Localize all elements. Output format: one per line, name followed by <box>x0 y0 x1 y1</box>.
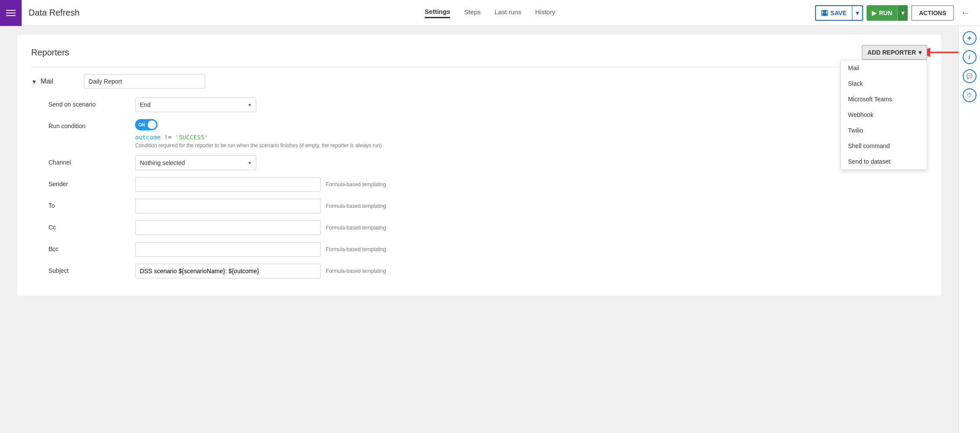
add-reporter-button[interactable]: ADD REPORTER ▾ <box>862 45 927 60</box>
dropdown-item-slack[interactable]: Slack <box>841 76 927 91</box>
sender-input-wrapper: Formula-based templating <box>135 177 386 192</box>
bcc-input[interactable] <box>135 242 321 257</box>
save-label: SAVE <box>831 10 847 16</box>
run-condition-control: ON outcome != 'SUCCESS' Condition requir… <box>135 119 386 149</box>
cc-formula-label: Formula-based templating <box>326 225 386 231</box>
to-label: To <box>48 199 135 209</box>
mail-chevron-icon[interactable]: ▼ <box>31 78 37 85</box>
to-input[interactable] <box>135 199 321 213</box>
tab-last-runs[interactable]: Last runs <box>495 8 522 17</box>
tab-history[interactable]: History <box>535 8 555 17</box>
toggle-knob <box>148 120 156 129</box>
subject-input[interactable] <box>135 264 321 278</box>
channel-control: Nothing selected <box>135 155 386 170</box>
code-string: 'SUCCESS' <box>175 134 208 141</box>
mail-name-input-wrapper <box>84 74 205 89</box>
back-arrow-icon: ← <box>961 8 970 17</box>
to-input-wrapper: Formula-based templating <box>135 199 386 213</box>
mail-name-input[interactable] <box>84 74 205 89</box>
save-main: SAVE <box>816 6 852 20</box>
sender-formula-label: Formula-based templating <box>326 181 386 187</box>
send-on-scenario-select-wrapper: Start End Error <box>135 97 256 112</box>
run-dropdown-arrow[interactable]: ▾ <box>898 5 908 21</box>
subject-control: Formula-based templating <box>135 264 386 278</box>
send-on-scenario-field: Send on scenario Start End Error <box>31 97 927 112</box>
cc-control: Formula-based templating <box>135 220 386 235</box>
send-on-scenario-select[interactable]: Start End Error <box>135 97 256 112</box>
play-icon: ▶ <box>872 10 877 16</box>
cc-field: Cc Formula-based templating <box>31 220 927 235</box>
subject-input-wrapper: Formula-based templating <box>135 264 386 278</box>
save-button[interactable]: SAVE ▾ <box>815 5 863 21</box>
bcc-input-wrapper: Formula-based templating <box>135 242 386 257</box>
nav-actions: SAVE ▾ ▶ RUN ▾ ACTIONS ← <box>815 5 973 21</box>
cc-input[interactable] <box>135 220 321 235</box>
sender-input[interactable] <box>135 177 321 192</box>
dropdown-item-send-to-dataset[interactable]: Send to dataset <box>841 154 927 169</box>
top-nav: Data Refresh Settings Steps Last runs Hi… <box>0 0 980 26</box>
chevron-down-icon-run: ▾ <box>901 10 904 16</box>
dropdown-item-webhook[interactable]: Webhook <box>841 107 927 123</box>
to-control: Formula-based templating <box>135 199 386 213</box>
to-formula-label: Formula-based templating <box>326 203 386 209</box>
channel-select-wrapper: Nothing selected <box>135 155 256 170</box>
subject-field: Subject Formula-based templating <box>31 264 927 278</box>
sidebar-clock-icon[interactable]: ⏱ <box>963 88 977 102</box>
run-label: RUN <box>879 10 892 16</box>
channel-label: Channel <box>48 155 135 166</box>
back-button[interactable]: ← <box>957 8 973 18</box>
code-operator: != <box>164 134 175 141</box>
dropdown-item-mail[interactable]: Mail <box>841 60 927 76</box>
chevron-down-icon: ▾ <box>856 10 859 16</box>
run-condition-code: outcome != 'SUCCESS' <box>135 134 386 141</box>
sender-field: Sender Formula-based templating <box>31 177 927 192</box>
send-on-scenario-label: Send on scenario <box>48 97 135 108</box>
sidebar-chat-icon[interactable]: 💬 <box>963 69 977 83</box>
reporters-section: Reporters ADD REPORTER ▾ Mail Slack Micr… <box>17 35 941 296</box>
reporters-header: Reporters ADD REPORTER ▾ Mail Slack Micr… <box>31 45 927 67</box>
sidebar-plus-icon[interactable]: + <box>963 31 977 45</box>
run-button[interactable]: ▶ RUN ▾ <box>867 5 908 21</box>
layout: Reporters ADD REPORTER ▾ Mail Slack Micr… <box>0 26 980 433</box>
arrow-svg <box>927 46 958 59</box>
run-main: ▶ RUN <box>867 5 898 21</box>
cc-label: Cc <box>48 220 135 231</box>
add-reporter-chevron-icon: ▾ <box>919 49 922 56</box>
app-title: Data Refresh <box>29 8 80 18</box>
hamburger-icon <box>6 8 16 18</box>
actions-button[interactable]: ACTIONS <box>911 5 954 21</box>
to-field: To Formula-based templating <box>31 199 927 213</box>
save-icon <box>821 10 828 16</box>
mail-reporter-row: ▼ Mail <box>31 74 927 89</box>
save-dropdown-arrow[interactable]: ▾ <box>852 6 862 20</box>
sender-label: Sender <box>48 177 135 187</box>
channel-select[interactable]: Nothing selected <box>135 155 256 170</box>
send-on-scenario-control: Start End Error <box>135 97 386 112</box>
dropdown-item-microsoft-teams[interactable]: Microsoft Teams <box>841 91 927 107</box>
mail-reporter-name: Mail <box>41 78 84 85</box>
bcc-field: Bcc Formula-based templating <box>31 242 927 257</box>
subject-formula-label: Formula-based templating <box>326 268 386 274</box>
tab-settings[interactable]: Settings <box>425 8 450 18</box>
run-condition-toggle[interactable]: ON <box>135 119 158 130</box>
code-keyword: outcome <box>135 134 161 141</box>
svg-rect-1 <box>823 10 826 13</box>
cc-input-wrapper: Formula-based templating <box>135 220 386 235</box>
add-reporter-label: ADD REPORTER <box>867 49 916 56</box>
run-condition-hint: Condition required for the reporter to b… <box>135 142 386 149</box>
reporters-title: Reporters <box>31 48 69 58</box>
run-condition-toggle-container: ON <box>135 119 386 130</box>
toggle-on-label: ON <box>139 123 145 127</box>
add-reporter-container: ADD REPORTER ▾ Mail Slack Microsoft Team… <box>862 45 927 60</box>
arrow-indicator <box>927 46 958 59</box>
hamburger-button[interactable] <box>0 0 22 26</box>
reporter-dropdown: Mail Slack Microsoft Teams Webhook Twili… <box>841 60 927 170</box>
tab-steps[interactable]: Steps <box>464 8 480 17</box>
sender-control: Formula-based templating <box>135 177 386 192</box>
sidebar-info-icon[interactable]: i <box>963 50 977 64</box>
dropdown-item-shell-command[interactable]: Shell command <box>841 138 927 154</box>
nav-tabs: Settings Steps Last runs History <box>425 8 555 18</box>
bcc-label: Bcc <box>48 242 135 252</box>
subject-label: Subject <box>48 264 135 274</box>
dropdown-item-twilio[interactable]: Twilio <box>841 123 927 138</box>
